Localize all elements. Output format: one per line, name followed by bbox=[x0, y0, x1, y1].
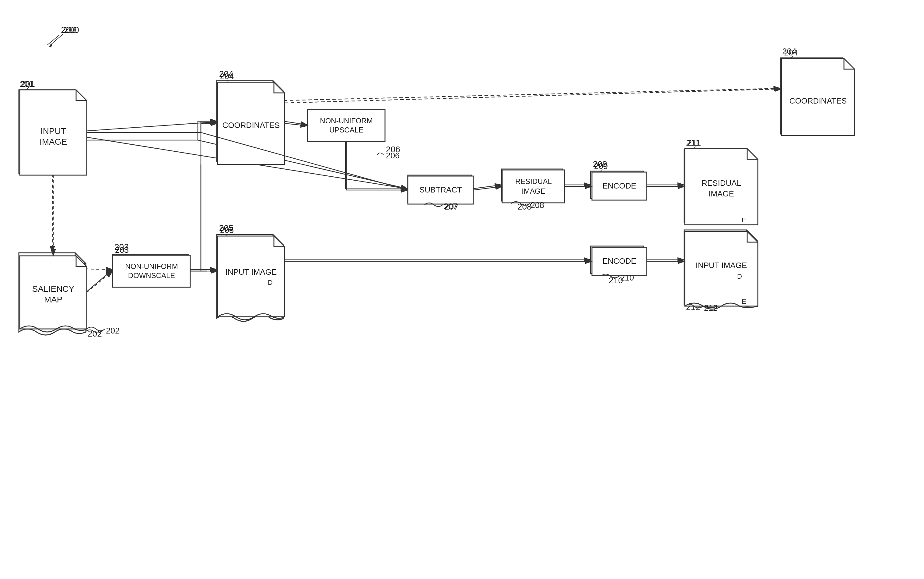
input-image-label: INPUT bbox=[41, 126, 66, 136]
svg-text:MAP: MAP bbox=[44, 295, 63, 304]
ref-202: 202 bbox=[106, 326, 120, 335]
svg-text:COORDINATES: COORDINATES bbox=[789, 96, 847, 105]
ref-211: 211 bbox=[687, 138, 701, 147]
svg-text:IMAGE: IMAGE bbox=[709, 189, 734, 198]
ref-212: 212 bbox=[704, 303, 718, 312]
coordinates-top-node: COORDINATES 204 bbox=[218, 72, 285, 165]
ref-200: 200 bbox=[64, 25, 79, 35]
svg-text:RESIDUAL: RESIDUAL bbox=[702, 178, 741, 188]
non-uniform-upscale-node: NON-UNIFORM UPSCALE bbox=[307, 110, 385, 142]
subtract-node: SUBTRACT 207 bbox=[408, 176, 473, 211]
ref-206: 206 bbox=[386, 151, 399, 160]
svg-text:DOWNSCALE: DOWNSCALE bbox=[128, 272, 175, 280]
svg-text:E: E bbox=[742, 298, 746, 305]
ref-209: 209 bbox=[594, 162, 608, 171]
svg-line-103 bbox=[473, 186, 502, 190]
ref-203: 203 bbox=[115, 245, 129, 255]
svg-text:INPUT IMAGE: INPUT IMAGE bbox=[696, 261, 747, 270]
svg-text:D: D bbox=[737, 273, 742, 280]
ref-204-top: 204 bbox=[220, 72, 234, 81]
svg-line-100 bbox=[285, 89, 782, 103]
svg-rect-73 bbox=[502, 170, 565, 203]
svg-text:D: D bbox=[268, 279, 273, 286]
ref-205: 205 bbox=[220, 226, 234, 235]
svg-text:IMAGE: IMAGE bbox=[39, 137, 67, 147]
non-uniform-downscale-node: NON-UNIFORM DOWNSCALE 203 bbox=[112, 245, 190, 287]
encode-top-node: ENCODE 209 bbox=[592, 162, 647, 200]
encode-bottom-node: ENCODE 210 bbox=[592, 247, 647, 282]
coordinates-out-node: COORDINATES 204 bbox=[782, 48, 855, 136]
ref-207: 207 bbox=[444, 202, 458, 211]
input-image-d-out-node: INPUT IMAGE D E 212 bbox=[685, 231, 758, 312]
residual-image-box-node: RESIDUAL IMAGE 208 bbox=[502, 170, 565, 210]
svg-text:SUBTRACT: SUBTRACT bbox=[419, 185, 462, 194]
svg-text:UPSCALE: UPSCALE bbox=[329, 126, 363, 134]
svg-text:ENCODE: ENCODE bbox=[602, 181, 636, 190]
svg-text:RESIDUAL: RESIDUAL bbox=[515, 177, 552, 185]
ref-204-right: 204 bbox=[784, 48, 798, 57]
svg-text:ENCODE: ENCODE bbox=[602, 257, 636, 266]
svg-line-95 bbox=[87, 271, 112, 293]
svg-text:SALIENCY: SALIENCY bbox=[32, 284, 75, 294]
svg-text:NON-UNIFORM: NON-UNIFORM bbox=[125, 262, 178, 270]
svg-text:E: E bbox=[742, 216, 746, 224]
ref-201: 201 bbox=[20, 80, 34, 88]
ref-208: 208 bbox=[530, 201, 544, 210]
svg-line-108 bbox=[50, 34, 63, 45]
residual-image-out-node: RESIDUAL IMAGE E 211 bbox=[685, 138, 758, 225]
svg-text:NON-UNIFORM: NON-UNIFORM bbox=[320, 117, 373, 125]
input-image-d-node: INPUT IMAGE D 205 bbox=[218, 226, 285, 320]
ref-210: 210 bbox=[620, 273, 634, 282]
svg-text:COORDINATES: COORDINATES bbox=[222, 121, 280, 130]
svg-line-99 bbox=[285, 123, 307, 126]
svg-text:INPUT IMAGE: INPUT IMAGE bbox=[225, 267, 277, 276]
svg-text:IMAGE: IMAGE bbox=[521, 187, 545, 195]
svg-marker-109 bbox=[49, 44, 52, 47]
input-image-node: INPUT IMAGE 201 bbox=[20, 80, 87, 175]
saliency-map-node: SALIENCY MAP 202 bbox=[20, 256, 120, 335]
